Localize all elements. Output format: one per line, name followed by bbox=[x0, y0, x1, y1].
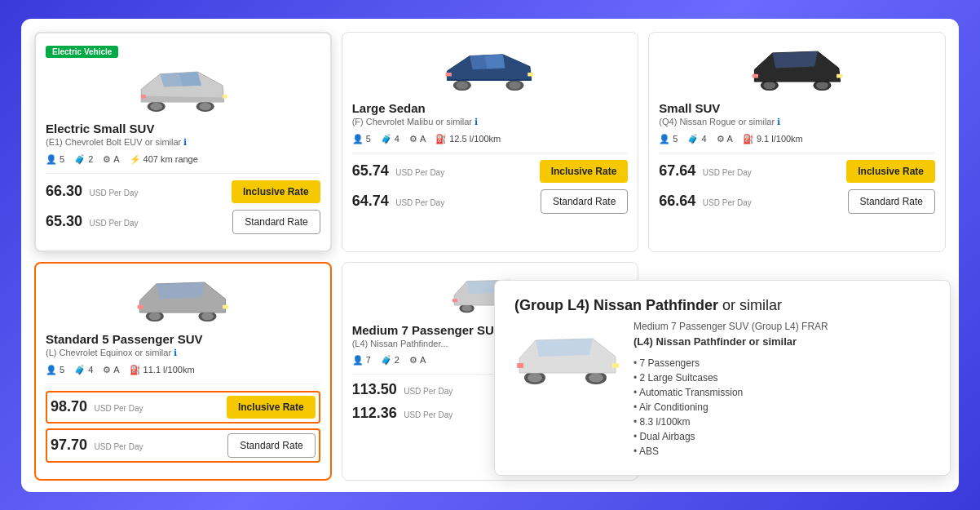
standard-price-3: 66.64 USD Per Day bbox=[659, 193, 752, 210]
svg-rect-35 bbox=[517, 363, 523, 368]
svg-rect-10 bbox=[528, 72, 533, 76]
card-large-sedan: Large Sedan (F) Chevrolet Malibu or simi… bbox=[342, 32, 639, 252]
inclusive-price-3: 67.64 USD Per Day bbox=[659, 162, 752, 180]
car-subtitle-2: (F) Chevrolet Malibu or similar ℹ bbox=[352, 117, 629, 127]
svg-rect-16 bbox=[837, 73, 842, 78]
car-subtitle-4: (L) Chevrolet Equinox or similar ℹ bbox=[46, 348, 320, 358]
svg-rect-22 bbox=[223, 304, 228, 308]
spec-passengers-2: 👤 5 bbox=[352, 134, 371, 144]
spec-passengers-1: 👤 5 bbox=[46, 154, 64, 165]
car-subtitle-1: (E1) Chevrolet Bolt EUV or similar ℹ bbox=[46, 137, 320, 148]
inclusive-price-2: 65.74 USD Per Day bbox=[352, 162, 445, 180]
inclusive-rate-btn-3[interactable]: Inclusive Rate bbox=[846, 160, 935, 183]
info-icon-2[interactable]: ℹ bbox=[475, 117, 478, 126]
tooltip-subtitle2: (L4) Nissan Pathfinder or similar bbox=[633, 335, 828, 348]
spec-passengers-5: 👤 7 bbox=[352, 355, 371, 366]
car-title-1: Electric Small SUV bbox=[46, 122, 320, 135]
price-row-inclusive-3: 67.64 USD Per Day Inclusive Rate bbox=[659, 160, 935, 183]
ev-badge: Electric Vehicle bbox=[46, 46, 118, 58]
specs-row-3: 👤 5 🧳 4 ⚙ A ⛽ 9.1 l/100km bbox=[659, 134, 935, 144]
svg-point-9 bbox=[509, 82, 521, 89]
price-row-inclusive-1: 66.30 USD Per Day Inclusive Rate bbox=[46, 180, 320, 203]
main-container: Electric Vehicle Electric Small SUV ( bbox=[21, 19, 959, 492]
inclusive-price-1: 66.30 USD Per Day bbox=[46, 183, 139, 200]
standard-rate-btn-1[interactable]: Standard Rate bbox=[232, 210, 320, 234]
tooltip-overlay: (Group L4) Nissan Pathfinder or similar … bbox=[494, 280, 951, 476]
tooltip-feature-item: 8.3 l/100km bbox=[633, 415, 828, 429]
spec-passengers-4: 👤 5 bbox=[46, 365, 64, 375]
inclusive-rate-btn-1[interactable]: Inclusive Rate bbox=[232, 180, 320, 203]
standard-rate-btn-4[interactable]: Standard Rate bbox=[227, 433, 315, 458]
tooltip-body: Medium 7 Passenger SUV (Group L4) FRAR (… bbox=[514, 321, 930, 459]
car-svg-1 bbox=[134, 63, 232, 112]
car-image-4 bbox=[46, 273, 320, 326]
standard-price-2: 64.74 USD Per Day bbox=[352, 193, 445, 210]
price-row-standard-3: 66.64 USD Per Day Standard Rate bbox=[659, 189, 935, 214]
spec-trans-4: ⚙ A bbox=[103, 365, 119, 375]
spec-trans-1: ⚙ A bbox=[103, 154, 119, 165]
spec-trans-5: ⚙ A bbox=[409, 355, 426, 366]
svg-rect-23 bbox=[138, 304, 143, 308]
card-standard-suv: Standard 5 Passenger SUV (L) Chevrolet E… bbox=[34, 262, 332, 481]
spec-trans-3: ⚙ A bbox=[717, 134, 733, 144]
svg-point-3 bbox=[200, 102, 212, 109]
inclusive-price-4: 98.70 USD Per Day bbox=[51, 398, 143, 415]
tooltip-feature-item: 2 Large Suitcases bbox=[633, 370, 828, 385]
car-title-3: Small SUV bbox=[659, 101, 935, 115]
tooltip-feature-item: 7 Passengers bbox=[633, 356, 828, 370]
price-row-standard-2: 64.74 USD Per Day Standard Rate bbox=[352, 189, 629, 214]
tooltip-feature-item: Dual Airbags bbox=[633, 429, 828, 444]
svg-point-21 bbox=[201, 313, 214, 320]
specs-row-1: 👤 5 🧳 2 ⚙ A ⚡ 407 km range bbox=[46, 154, 320, 165]
svg-point-31 bbox=[528, 373, 542, 382]
car-image-1 bbox=[46, 63, 320, 115]
car-subtitle-3: (Q4) Nissan Rogue or similar ℹ bbox=[659, 117, 935, 127]
price-row-inclusive-4: 98.70 USD Per Day Inclusive Rate bbox=[46, 391, 320, 424]
svg-rect-29 bbox=[452, 299, 457, 302]
info-icon-1[interactable]: ℹ bbox=[183, 137, 187, 147]
tooltip-content: Medium 7 Passenger SUV (Group L4) FRAR (… bbox=[633, 321, 828, 459]
price-row-standard-4: 97.70 USD Per Day Standard Rate bbox=[46, 428, 320, 463]
spec-luggage-1: 🧳 2 bbox=[74, 154, 93, 165]
info-icon-3[interactable]: ℹ bbox=[777, 117, 780, 126]
inclusive-rate-btn-2[interactable]: Inclusive Rate bbox=[540, 160, 629, 183]
svg-rect-17 bbox=[752, 73, 757, 78]
spec-fuel-3: ⛽ 9.1 l/100km bbox=[743, 134, 803, 144]
standard-rate-btn-2[interactable]: Standard Rate bbox=[541, 189, 628, 214]
price-row-inclusive-2: 65.74 USD Per Day Inclusive Rate bbox=[352, 160, 629, 183]
svg-point-15 bbox=[816, 82, 828, 89]
car-svg-2 bbox=[441, 42, 539, 91]
price-row-standard-1: 65.30 USD Per Day Standard Rate bbox=[46, 210, 320, 234]
svg-rect-5 bbox=[142, 94, 147, 98]
tooltip-feature-item: ABS bbox=[633, 444, 828, 459]
spec-fuel-2: ⛽ 12.5 l/100km bbox=[435, 134, 501, 144]
spec-range-1: ⚡ 407 km range bbox=[130, 154, 198, 165]
svg-point-25 bbox=[461, 305, 471, 312]
car-svg-4 bbox=[134, 273, 232, 322]
spec-luggage-4: 🧳 4 bbox=[74, 365, 93, 375]
spec-passengers-3: 👤 5 bbox=[659, 134, 678, 144]
car-image-3 bbox=[659, 42, 935, 95]
tooltip-title: (Group L4) Nissan Pathfinder or similar bbox=[514, 297, 930, 314]
specs-row-4: 👤 5 🧳 4 ⚙ A ⛽ 11.1 l/100km bbox=[46, 365, 320, 375]
car-title-4: Standard 5 Passenger SUV bbox=[46, 332, 320, 346]
tooltip-features-list: 7 Passengers2 Large SuitcasesAutomatic T… bbox=[633, 356, 828, 459]
standard-rate-btn-3[interactable]: Standard Rate bbox=[848, 189, 935, 214]
car-image-2 bbox=[352, 42, 629, 95]
inclusive-rate-btn-4[interactable]: Inclusive Rate bbox=[227, 396, 316, 419]
svg-point-19 bbox=[149, 313, 161, 320]
tooltip-subtitle1: Medium 7 Passenger SUV (Group L4) FRAR bbox=[633, 321, 828, 332]
svg-rect-11 bbox=[446, 72, 452, 76]
standard-price-4: 97.70 USD Per Day bbox=[51, 437, 143, 454]
info-icon-4[interactable]: ℹ bbox=[174, 348, 177, 357]
svg-point-7 bbox=[456, 82, 468, 89]
card-small-suv: Small SUV (Q4) Nissan Rogue or similar ℹ… bbox=[648, 32, 946, 252]
svg-point-1 bbox=[151, 102, 163, 109]
car-title-2: Large Sedan bbox=[352, 101, 629, 115]
tooltip-feature-item: Air Conditioning bbox=[633, 400, 828, 415]
spec-fuel-4: ⛽ 11.1 l/100km bbox=[130, 365, 195, 375]
card-electric-suv: Electric Vehicle Electric Small SUV ( bbox=[34, 32, 332, 252]
svg-point-13 bbox=[763, 82, 775, 89]
svg-rect-34 bbox=[612, 363, 619, 368]
tooltip-car-svg bbox=[514, 327, 620, 384]
